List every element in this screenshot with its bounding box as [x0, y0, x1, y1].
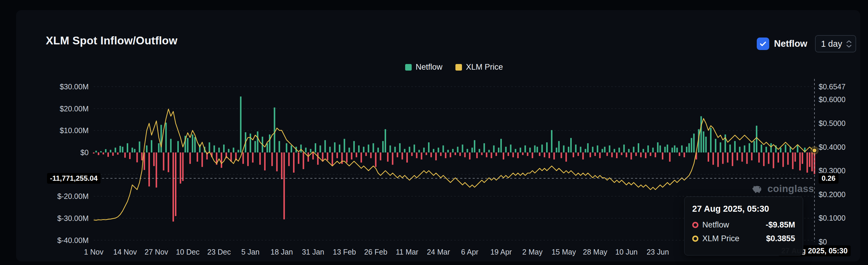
left-axis: $30.00M$20.00M$10.00M$0$-20.00M$-30.00M$…: [0, 0, 89, 265]
right-axis-tick: $0.4000: [818, 143, 845, 152]
legend-label-xlm-price: XLM Price: [466, 62, 503, 72]
right-axis-tick: $0.5000: [818, 119, 845, 128]
right-axis: $0.6547$0.6000$0.5000$0.4000$0.3000$0.20…: [818, 0, 867, 265]
x-axis-tick: 11 Mar: [396, 248, 418, 256]
left-axis-tick: $10.00M: [0, 126, 89, 135]
x-axis-tick: 19 Apr: [490, 248, 512, 256]
left-axis-tick: $20.00M: [0, 104, 89, 113]
right-axis-tick: $0.6000: [818, 95, 845, 104]
tooltip-row-xlm-price: XLM Price $0.3855: [692, 234, 795, 243]
x-axis-tick: 24 Mar: [427, 248, 450, 256]
x-axis-tick: 27 Nov: [145, 248, 168, 256]
crosshair-price-label: 0.26: [818, 173, 839, 184]
x-axis-tick: 10 Jun: [615, 248, 638, 256]
x-axis-tick: 13 Feb: [333, 248, 356, 256]
tooltip-netflow-value: -$9.85M: [766, 220, 795, 230]
left-axis-tick: $-40.00M: [0, 236, 89, 245]
x-axis-tick: 23 Dec: [207, 248, 231, 256]
xlm-price-swatch-icon: [456, 64, 462, 70]
x-axis-tick: 26 Feb: [364, 248, 387, 256]
x-axis-tick: 1 Nov: [84, 248, 103, 256]
crosshair-netflow-label: -11,771,255.04: [47, 173, 100, 184]
coinglass-watermark: coinglass: [751, 182, 814, 195]
left-axis-tick: $30.00M: [0, 82, 89, 91]
tooltip-netflow-label: Netflow: [702, 220, 729, 230]
netflow-swatch-icon: [405, 64, 412, 70]
tooltip-xlm-price-value: $0.3855: [766, 234, 795, 243]
left-axis-tick: $0: [0, 148, 89, 157]
left-axis-tick: $-30.00M: [0, 214, 89, 223]
x-axis-tick: 28 May: [583, 248, 608, 256]
right-axis-tick: $0: [818, 237, 827, 246]
right-axis-tick: $0.6547: [818, 82, 845, 91]
chart-legend: Netflow XLM Price: [94, 62, 814, 72]
tooltip-row-netflow: Netflow -$9.85M: [692, 220, 795, 230]
watermark-text: coinglass: [768, 183, 814, 195]
xlm-price-dot-icon: [692, 236, 699, 242]
right-axis-tick: $0.1000: [818, 213, 845, 223]
x-axis-tick: 14 Nov: [113, 248, 137, 256]
legend-label-netflow: Netflow: [415, 62, 442, 72]
x-axis-tick: 23 Jun: [647, 248, 669, 256]
tooltip-date: 27 Aug 2025, 05:30: [692, 204, 795, 214]
legend-item-xlm-price[interactable]: XLM Price: [456, 62, 503, 72]
x-axis-tick: 15 May: [552, 248, 576, 256]
legend-item-netflow[interactable]: Netflow: [405, 62, 442, 72]
x-axis-tick: 31 Jan: [302, 248, 324, 256]
x-axis-tick: 10 Dec: [176, 248, 199, 256]
x-axis-tick: 2 May: [522, 248, 542, 256]
x-axis-tick: 5 Jan: [241, 248, 259, 256]
x-axis-tick: 6 Apr: [461, 248, 478, 256]
right-axis-tick: $0.2000: [818, 190, 845, 199]
chart-tooltip: 27 Aug 2025, 05:30 Netflow -$9.85M XLM P…: [684, 197, 803, 256]
coinglass-logo-icon: [751, 182, 764, 195]
netflow-dot-icon: [692, 222, 699, 228]
x-axis-tick: 18 Jan: [271, 248, 293, 256]
left-axis-tick: $-20.00M: [0, 192, 89, 201]
tooltip-xlm-price-label: XLM Price: [702, 234, 740, 243]
